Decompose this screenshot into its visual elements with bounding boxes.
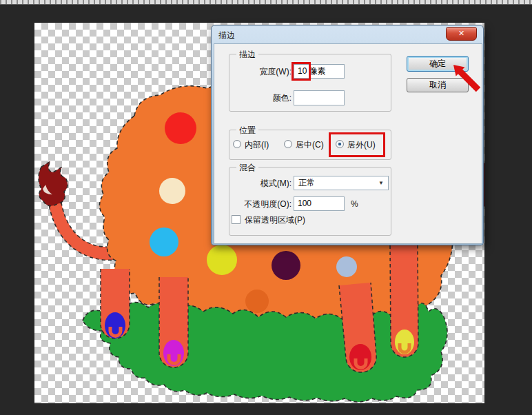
tail-flame-tuft [39,161,68,206]
annotation-arrow-shape [453,65,480,92]
dot-bluegray [336,256,357,277]
annotation-box-outside [329,132,385,157]
color-label: 颜色: [250,92,291,103]
radio-inside[interactable] [233,140,241,148]
dialog-body: 描边 宽度(W): 10 像素 颜色: 位置 内部(I) 居中(C) 居外(U) [214,43,482,244]
mode-label: 模式(M): [235,178,291,189]
dialog-title: 描边 [218,30,235,41]
dot-plum [272,251,300,280]
radio-inside-label[interactable]: 内部(I) [245,139,285,150]
mode-dropdown[interactable]: 正常 ▼ [294,176,389,190]
position-group-label: 位置 [236,125,258,136]
opacity-value: 100 [298,199,311,208]
opacity-unit: % [351,199,365,210]
preserve-transparency-checkbox[interactable] [232,215,241,224]
dot-cyan [150,227,178,256]
stroke-dialog: 描边 ✕ 描边 宽度(W): 10 像素 颜色: 位置 内部(I) [211,25,484,245]
dot-orange [245,290,269,313]
close-icon: ✕ [458,29,464,37]
radio-center[interactable] [284,140,292,148]
opacity-input[interactable]: 100 [294,196,345,211]
top-ruler-strip [0,0,532,5]
width-label: 宽度(W): [235,66,291,77]
stroke-group-label: 描边 [236,49,258,61]
mode-value: 正常 [298,178,315,188]
color-swatch[interactable] [294,90,345,105]
dialog-titlebar[interactable]: 描边 ✕ [212,26,483,43]
preserve-transparency-label[interactable]: 保留透明区域(P) [245,214,341,225]
dropdown-arrow-icon[interactable]: ▼ [378,180,384,187]
dot-red [165,112,196,144]
photoshop-workspace: 描边 ✕ 描边 宽度(W): 10 像素 颜色: 位置 内部(I) [0,0,532,415]
annotation-arrow [445,61,488,99]
annotation-box-width [291,62,311,81]
opacity-label: 不透明度(O): [228,199,291,210]
close-button[interactable]: ✕ [446,27,477,41]
blend-group-label: 混合 [236,162,258,174]
dot-cream [159,178,185,204]
width-unit: 像素 [309,66,326,76]
dot-yellow [207,245,237,275]
